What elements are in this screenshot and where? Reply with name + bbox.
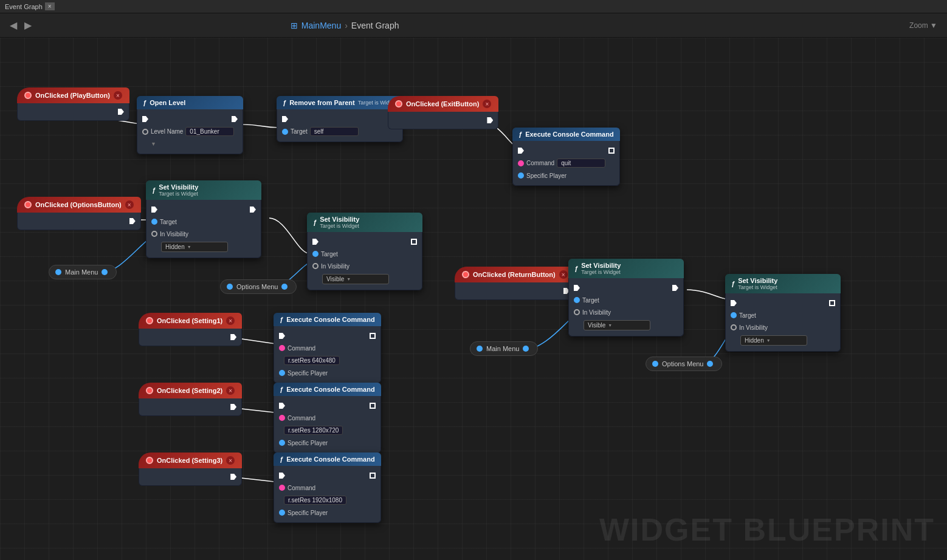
execute-console-640[interactable]: ƒ Execute Console Command Command r.setR…: [274, 313, 381, 383]
event-close-button[interactable]: ×: [226, 456, 235, 465]
command-label: Command: [526, 160, 554, 166]
set-visibility-2[interactable]: ƒ Set Visibility Target is Widget Target…: [307, 213, 422, 290]
event-play-button[interactable]: OnClicked (PlayButton) ×: [17, 87, 129, 121]
execute-console-1280[interactable]: ƒ Execute Console Command Command r.setR…: [274, 383, 381, 453]
expand-arrow[interactable]: ▼: [142, 141, 156, 147]
set-vis-1-title: Set Visibility: [159, 183, 198, 191]
event-close-button[interactable]: ×: [125, 200, 134, 209]
zoom-label[interactable]: Zoom ▼: [909, 21, 937, 30]
target-pin: [574, 297, 580, 303]
set-vis-3-body: Target In Visibility Visible: [568, 278, 684, 336]
watermark: WIDGET BLUEPRINT: [599, 511, 935, 548]
set-vis-4-body: Target In Visibility Hidden: [725, 293, 841, 352]
specific-player-pin: [279, 510, 285, 516]
event-play-body: [17, 103, 129, 121]
set-vis-2-title: Set Visibility: [320, 216, 359, 223]
vis-dropdown[interactable]: Visible: [322, 274, 389, 284]
event-close-button[interactable]: ×: [226, 386, 235, 395]
vis-dropdown[interactable]: Hidden: [740, 335, 807, 346]
execute-console-cmd-quit[interactable]: ƒ Execute Console Command Command quit S…: [512, 128, 620, 186]
main-menu-breadcrumb[interactable]: MainMenu: [301, 21, 341, 30]
options-menu-label-1[interactable]: Options Menu: [220, 279, 297, 294]
level-name-pin: [142, 129, 148, 135]
vis-dropdown[interactable]: Hidden: [161, 242, 228, 252]
command-pin: [279, 415, 285, 421]
event-play-header: OnClicked (PlayButton) ×: [17, 87, 129, 103]
breadcrumb-separator: ›: [345, 21, 348, 30]
blueprint-canvas[interactable]: OnClicked (PlayButton) × ƒ Open Level Le…: [0, 38, 947, 560]
target-pin: [151, 219, 157, 225]
command-label: Command: [288, 485, 315, 491]
set-vis-4-title: Set Visibility: [738, 277, 777, 284]
label-pin: [477, 346, 483, 352]
event-close-button[interactable]: ×: [226, 316, 235, 325]
exec-in: [282, 116, 288, 122]
exec-out: [672, 285, 678, 291]
event-options-button[interactable]: OnClicked (OptionsButton) ×: [17, 197, 141, 230]
exec-in: [151, 207, 157, 213]
exec-out: [370, 333, 376, 339]
main-menu-text: Main Menu: [65, 268, 98, 276]
event-setting2-label: OnClicked (Setting2): [157, 387, 222, 394]
event-icon: [24, 201, 32, 208]
target-pin: [731, 312, 737, 318]
main-menu-label-2[interactable]: Main Menu: [470, 341, 538, 356]
command-label: Command: [288, 345, 315, 352]
grid-icon: ⊞: [291, 21, 298, 30]
exec-out: [608, 148, 615, 154]
set-vis-1-subtext: Target is Widget: [159, 191, 198, 197]
title-close-button[interactable]: ×: [45, 2, 55, 10]
exec-out-pin: [129, 218, 136, 224]
exec-in: [518, 148, 524, 154]
set-visibility-4[interactable]: ƒ Set Visibility Target is Widget Target…: [725, 274, 841, 352]
event-close-button[interactable]: ×: [559, 270, 568, 279]
back-button[interactable]: ◀: [10, 19, 17, 31]
event-exit-button[interactable]: OnClicked (ExitButton) ×: [388, 96, 498, 129]
forward-button[interactable]: ▶: [24, 19, 32, 31]
event-close-button[interactable]: ×: [114, 91, 122, 100]
specific-player-label: Specific Player: [288, 440, 328, 446]
breadcrumb: ⊞ MainMenu › Event Graph: [291, 21, 399, 30]
exec-1920-body: Command r.setRes 1920x1080 Specific Play…: [274, 466, 381, 523]
event-icon: [146, 457, 153, 464]
event-close-button[interactable]: ×: [483, 100, 491, 108]
exec-in: [279, 333, 285, 339]
rfp-body: Target self: [277, 109, 403, 142]
exec-out: [411, 239, 417, 245]
exec-out: [829, 300, 835, 306]
in-vis-label: In Visibility: [739, 324, 768, 331]
event-setting3[interactable]: OnClicked (Setting3) ×: [139, 452, 242, 486]
vis-dropdown[interactable]: Visible: [584, 320, 650, 330]
level-name-value: 01_Bunker: [185, 127, 234, 136]
event-setting2[interactable]: OnClicked (Setting2) ×: [139, 383, 242, 416]
event-setting3-header: OnClicked (Setting3) ×: [139, 452, 242, 468]
event-setting1[interactable]: OnClicked (Setting1) ×: [139, 313, 242, 346]
open-level-node[interactable]: ƒ Open Level Level Name 01_Bunker ▼: [137, 96, 243, 154]
options-menu-label-2[interactable]: Options Menu: [646, 357, 722, 371]
main-menu-text-2: Main Menu: [486, 345, 519, 352]
execute-console-1920[interactable]: ƒ Execute Console Command Command r.setR…: [274, 452, 381, 523]
event-options-body: [17, 213, 141, 230]
main-menu-label-1[interactable]: Main Menu: [49, 265, 117, 279]
label-pin-right: [707, 361, 713, 367]
command-value: quit: [557, 159, 605, 168]
specific-player-pin: [279, 440, 285, 446]
remove-from-parent-node[interactable]: ƒ Remove from Parent Target is Widget Ta…: [277, 96, 403, 142]
open-level-body: Level Name 01_Bunker ▼: [137, 109, 243, 154]
set-visibility-1[interactable]: ƒ Set Visibility Target is Widget Target…: [146, 180, 261, 258]
exec-640-title: Execute Console Command: [286, 316, 374, 323]
event-icon: [146, 387, 153, 394]
open-level-title: Open Level: [150, 99, 185, 106]
event-options-label: OnClicked (OptionsButton): [35, 201, 122, 208]
target-label: Target: [291, 128, 308, 135]
exec-out: [250, 207, 256, 213]
exec-out: [232, 116, 238, 122]
set-visibility-3[interactable]: ƒ Set Visibility Target is Widget Target…: [568, 259, 684, 336]
label-pin: [55, 269, 61, 275]
event-return-button[interactable]: OnClicked (ReturnButton) ×: [455, 267, 575, 300]
exec-1280-body: Command r.setRes 1280x720 Specific Playe…: [274, 396, 381, 453]
command-value: r.setRes 1920x1080: [284, 496, 346, 505]
target-pin: [282, 129, 288, 135]
exec-out-pin: [230, 334, 236, 340]
command-pin: [279, 345, 285, 351]
